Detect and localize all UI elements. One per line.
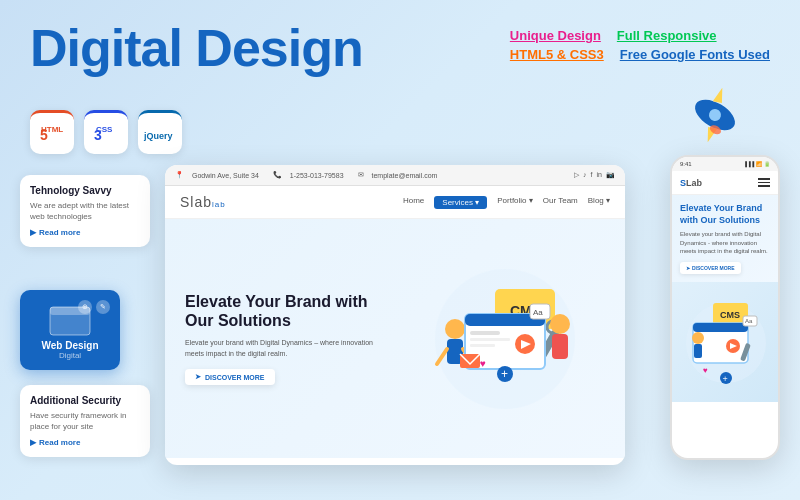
hero-desc: Elevate your brand with Digital Dynamics…	[185, 338, 390, 359]
svg-rect-40	[693, 323, 748, 332]
hero-illustration: CMS	[405, 259, 605, 419]
location-icon: 📍	[175, 171, 184, 179]
header: Digital Design Unique Design Full Respon…	[30, 20, 770, 77]
badge-full-responsive[interactable]: Full Responsive	[617, 28, 717, 43]
svg-rect-22	[552, 334, 568, 359]
svg-text:+: +	[501, 367, 508, 381]
badge-row-1: Unique Design Full Responsive	[510, 28, 717, 43]
svg-text:♥: ♥	[480, 358, 486, 369]
email-icon: ✉	[358, 171, 364, 179]
card-tech-read-more[interactable]: ▶ Read more	[30, 228, 140, 237]
card-tech-desc: We are adept with the latest web technol…	[30, 200, 140, 222]
svg-point-15	[445, 319, 465, 339]
badge-google-fonts[interactable]: Free Google Fonts Used	[620, 47, 770, 62]
nav-our-team[interactable]: Our Team	[543, 196, 578, 209]
svg-rect-11	[50, 307, 90, 315]
badges-block: Unique Design Full Responsive HTML5 & CS…	[510, 28, 770, 66]
mobile-nav: SLab	[672, 171, 778, 195]
card-security-desc: Have security framework in place for you…	[30, 410, 140, 432]
svg-rect-25	[470, 331, 500, 335]
nav-blog[interactable]: Blog ▾	[588, 196, 610, 209]
site-navigation: Slablab Home Services ▾ Portfolio ▾ Our …	[165, 186, 625, 219]
hero-heading: Elevate Your Brand with Our Solutions	[185, 292, 390, 330]
social-icons: ▷ ♪ f in 📷	[574, 171, 615, 179]
hamburger-menu[interactable]	[758, 178, 770, 187]
nav-services[interactable]: Services ▾	[434, 196, 487, 209]
mobile-time: 9:41	[680, 161, 692, 167]
phone-icon: 📞	[273, 171, 282, 179]
card-technology-savvy: Tehnology Savvy We are adept with the la…	[20, 175, 150, 247]
mobile-logo: SLab	[680, 177, 702, 188]
badge-unique-design[interactable]: Unique Design	[510, 28, 601, 43]
site-logo: Slablab	[180, 194, 226, 210]
status-icons: ▐▐▐ 📶 🔋	[743, 161, 770, 167]
mobile-illustration: CMS Aa ♥ +	[672, 282, 778, 402]
svg-text:+: +	[723, 374, 728, 384]
mobile-mockup: 9:41 ▐▐▐ 📶 🔋 SLab Elevate Your Brand wit…	[670, 155, 780, 460]
svg-text:CMS: CMS	[720, 310, 740, 320]
card-tech-title: Tehnology Savvy	[30, 185, 140, 196]
jquery-icon: jQuery	[138, 110, 182, 154]
svg-point-21	[550, 314, 570, 334]
arrow-icon: ➤	[195, 373, 201, 381]
discover-more-button[interactable]: ➤ DISCOVER MORE	[185, 369, 275, 385]
card-security-title: Additional Security	[30, 395, 140, 406]
nav-portfolio[interactable]: Portfolio ▾	[497, 196, 533, 209]
html5-icon: 5HTML	[30, 110, 74, 154]
mobile-status-bar: 9:41 ▐▐▐ 📶 🔋	[672, 157, 778, 171]
card-web-design: ⊕ ✎ Web Design Digital	[20, 290, 120, 370]
svg-text:Aa: Aa	[745, 318, 753, 324]
browser-mockup: 📍 Godwin Ave, Suite 34 📞 1-253-013-79583…	[165, 165, 625, 465]
mobile-arrow-icon: ➤	[686, 265, 690, 271]
svg-text:♥: ♥	[703, 366, 708, 375]
svg-text:Aa: Aa	[533, 308, 543, 317]
mobile-hero-desc: Elevate your brand with Digital Dynamics…	[680, 230, 770, 255]
svg-point-46	[692, 332, 704, 344]
badge-html5-css3[interactable]: HTML5 & CSS3	[510, 47, 604, 62]
email-text: template@email.com	[372, 172, 438, 179]
nav-home[interactable]: Home	[403, 196, 424, 209]
phone-text: 1-253-013-79583	[290, 172, 344, 179]
web-design-subtitle: Digital	[59, 351, 81, 360]
svg-text:HTML: HTML	[41, 125, 63, 134]
svg-rect-47	[694, 344, 702, 358]
css3-icon: 3CSS	[84, 110, 128, 154]
nav-links: Home Services ▾ Portfolio ▾ Our Team Blo…	[403, 196, 610, 209]
svg-rect-26	[470, 338, 510, 341]
card-security-read-more[interactable]: ▶ Read more	[30, 438, 140, 447]
mobile-hero-heading: Elevate Your Brand with Our Solutions	[680, 203, 770, 226]
svg-text:CSS: CSS	[96, 125, 113, 134]
card-security: Additional Security Have security framew…	[20, 385, 150, 457]
hero-area: Elevate Your Brand with Our Solutions El…	[165, 219, 625, 458]
browser-content: Slablab Home Services ▾ Portfolio ▾ Our …	[165, 186, 625, 458]
badge-row-2: HTML5 & CSS3 Free Google Fonts Used	[510, 47, 770, 62]
tech-icons-row: 5HTML 3CSS jQuery	[30, 110, 182, 154]
mobile-discover-button[interactable]: ➤ DISCOVER MORE	[680, 262, 741, 274]
svg-rect-27	[470, 344, 495, 347]
browser-address-bar: 📍 Godwin Ave, Suite 34 📞 1-253-013-79583…	[165, 165, 625, 186]
address-text: Godwin Ave, Suite 34	[192, 172, 259, 179]
title-block: Digital Design	[30, 20, 363, 77]
svg-text:jQuery: jQuery	[143, 131, 173, 141]
hero-text: Elevate Your Brand with Our Solutions El…	[185, 292, 390, 385]
page-title: Digital Design	[30, 20, 363, 77]
mobile-hero-content: Elevate Your Brand with Our Solutions El…	[672, 195, 778, 282]
